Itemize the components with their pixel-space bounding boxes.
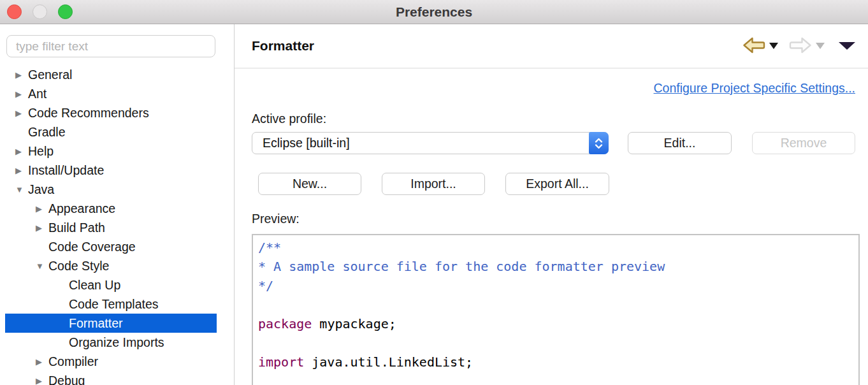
forward-button[interactable] (788, 35, 813, 57)
disclosure-triangle-icon[interactable]: ▶ (15, 70, 28, 80)
preferences-tree: ▶General▶Ant▶Code RecommendersGradle▶Hel… (0, 65, 234, 385)
sidebar-item-label: Install/Update (28, 163, 104, 178)
code-line: /** (258, 238, 853, 257)
sidebar-item-label: Help (28, 144, 54, 159)
sidebar-item-organize-imports[interactable]: Organize Imports (5, 333, 217, 352)
remove-button[interactable]: Remove (752, 132, 855, 154)
code-line: * A sample source file for the code form… (258, 257, 853, 276)
page-header: Formatter (235, 24, 868, 69)
code-line: import java.util.LinkedList; (258, 352, 853, 372)
sidebar-item-general[interactable]: ▶General (5, 65, 217, 84)
sidebar-item-code-style[interactable]: ▼Code Style (5, 256, 217, 275)
code-line (258, 333, 853, 352)
sidebar-item-help[interactable]: ▶Help (5, 142, 217, 161)
sidebar-item-label: Code Coverage (48, 240, 136, 254)
filter-input[interactable] (6, 35, 215, 57)
sidebar-item-label: Ant (28, 87, 47, 101)
forward-arrow-icon (788, 35, 813, 57)
code-token-plain: mypackage; (312, 316, 396, 331)
code-token-comment: */ (258, 278, 273, 293)
zoom-button[interactable] (58, 4, 73, 19)
sidebar-item-label: Compiler (48, 354, 98, 369)
sidebar-item-install-update[interactable]: ▶Install/Update (5, 161, 217, 180)
code-token-keyword: package (258, 316, 312, 331)
active-profile-select[interactable]: Eclipse [built-in] (252, 132, 609, 154)
sidebar-item-label: Appearance (48, 201, 115, 216)
disclosure-triangle-icon[interactable]: ▶ (15, 89, 28, 99)
sidebar-item-java[interactable]: ▼Java (5, 180, 217, 199)
code-token-plain: java.util.LinkedList; (304, 354, 473, 370)
disclosure-triangle-icon[interactable]: ▶ (36, 376, 48, 385)
sidebar-item-clean-up[interactable]: Clean Up (5, 275, 217, 294)
page-title: Formatter (252, 38, 314, 54)
sidebar-item-appearance[interactable]: ▶Appearance (5, 199, 217, 218)
edit-button[interactable]: Edit... (628, 132, 732, 154)
sidebar-item-gradle[interactable]: Gradle (5, 122, 217, 142)
project-settings-row: Configure Project Specific Settings... (252, 81, 855, 96)
disclosure-triangle-icon[interactable]: ▶ (15, 166, 28, 175)
preferences-sidebar: ▶General▶Ant▶Code RecommendersGradle▶Hel… (0, 24, 235, 385)
preferences-dialog: ▶General▶Ant▶Code RecommendersGradle▶Hel… (0, 24, 868, 385)
back-arrow-icon (742, 35, 766, 57)
sidebar-item-build-path[interactable]: ▶Build Path (5, 218, 217, 237)
disclosure-triangle-icon[interactable]: ▶ (15, 147, 28, 156)
sidebar-item-label: Code Templates (69, 297, 159, 312)
profile-actions-row: New... Import... Export All... (252, 173, 855, 195)
back-history-dropdown[interactable] (766, 43, 778, 49)
code-token-keyword: import (258, 354, 304, 370)
sidebar-item-label: Gradle (28, 125, 66, 140)
page-body: Configure Project Specific Settings... A… (235, 69, 868, 385)
back-button[interactable] (742, 35, 766, 57)
close-button[interactable] (7, 4, 22, 19)
disclosure-triangle-icon[interactable]: ▶ (36, 357, 48, 367)
sidebar-item-label: General (28, 68, 72, 82)
window-title: Preferences (396, 4, 472, 20)
sidebar-item-debug[interactable]: ▶Debug (5, 371, 217, 385)
sidebar-item-label: Debug (48, 374, 85, 385)
sidebar-item-ant[interactable]: ▶Ant (5, 84, 217, 103)
history-nav (742, 35, 859, 57)
active-profile-value: Eclipse [built-in] (263, 136, 350, 150)
code-line (258, 295, 853, 314)
select-stepper-icon (589, 132, 609, 154)
sidebar-item-label: Code Style (48, 259, 109, 273)
sidebar-item-code-coverage[interactable]: Code Coverage (5, 237, 217, 256)
disclosure-triangle-icon[interactable]: ▶ (36, 204, 48, 214)
code-line: package mypackage; (258, 314, 853, 333)
disclosure-triangle-icon[interactable]: ▶ (15, 108, 28, 118)
code-line: */ (258, 276, 853, 295)
minimize-button[interactable] (33, 4, 47, 19)
view-menu-button[interactable] (825, 42, 859, 50)
profile-row: Eclipse [built-in] Edit... Remove (252, 132, 855, 154)
sidebar-item-label: Build Path (48, 221, 105, 235)
active-profile-label: Active profile: (252, 112, 855, 126)
sidebar-item-formatter[interactable]: Formatter (5, 314, 217, 333)
disclosure-triangle-icon[interactable]: ▶ (36, 223, 48, 233)
disclosure-triangle-icon[interactable]: ▼ (36, 261, 48, 271)
code-token-comment: * A sample source file for the code form… (258, 259, 665, 274)
sidebar-item-label: Formatter (69, 316, 123, 331)
traffic-lights (7, 4, 73, 19)
preview-label: Preview: (252, 212, 855, 226)
window-titlebar[interactable]: Preferences (0, 0, 868, 24)
sidebar-item-label: Java (28, 182, 54, 197)
code-preview[interactable]: /*** A sample source file for the code f… (252, 234, 860, 385)
sidebar-item-label: Clean Up (69, 278, 120, 293)
disclosure-triangle-icon[interactable]: ▼ (15, 185, 28, 194)
configure-project-settings-link[interactable]: Configure Project Specific Settings... (654, 81, 856, 95)
chevron-down-icon (816, 43, 825, 49)
formatter-page: Formatter (235, 24, 868, 385)
sidebar-item-code-templates[interactable]: Code Templates (5, 294, 217, 314)
sidebar-item-label: Code Recommenders (28, 106, 149, 120)
code-token-comment: /** (258, 240, 281, 255)
import-button[interactable]: Import... (382, 173, 485, 195)
export-all-button[interactable]: Export All... (505, 173, 609, 195)
sidebar-item-compiler[interactable]: ▶Compiler (5, 352, 217, 371)
sidebar-item-label: Organize Imports (69, 335, 164, 350)
new-button[interactable]: New... (258, 173, 361, 195)
forward-history-dropdown[interactable] (813, 43, 825, 49)
chevron-down-icon (769, 43, 778, 49)
view-menu-icon (839, 42, 855, 50)
sidebar-item-code-recommenders[interactable]: ▶Code Recommenders (5, 103, 217, 122)
